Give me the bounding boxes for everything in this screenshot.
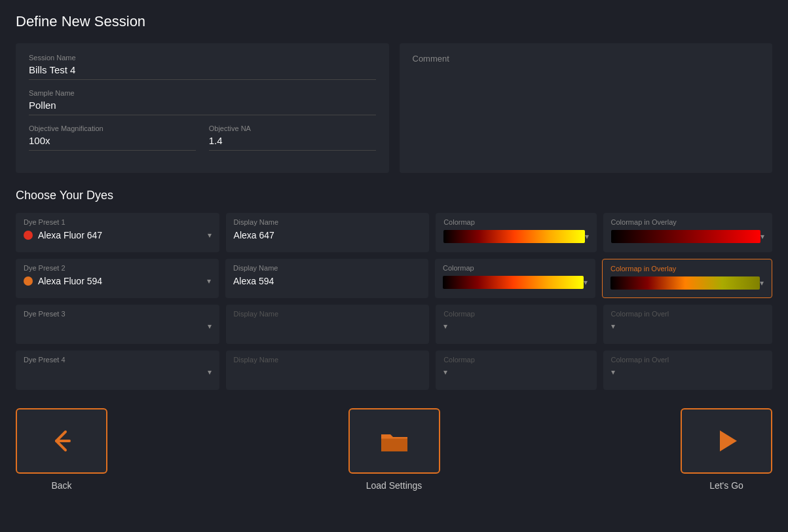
dye-overlay-4-label: Colormap in Overl bbox=[611, 356, 764, 364]
obj-mag-group: Objective Magnification 100x bbox=[29, 124, 196, 151]
back-button[interactable] bbox=[16, 408, 107, 474]
sample-name-group: Sample Name Pollen bbox=[29, 89, 376, 115]
dye-preset-4-arrow[interactable]: ▾ bbox=[208, 368, 212, 377]
dye-colormap-3: Colormap ▾ bbox=[436, 305, 596, 344]
colormap-3-arrow[interactable]: ▾ bbox=[443, 322, 447, 331]
dye-row-2: Dye Preset 2 Alexa Fluor 594 ▾ Display N… bbox=[16, 259, 772, 298]
page-title: Define New Session bbox=[16, 13, 772, 30]
session-name-group: Session Name Bills Test 4 bbox=[29, 54, 376, 80]
dye-overlay-4: Colormap in Overl ▾ bbox=[603, 351, 772, 390]
dye-preset-3-arrow[interactable]: ▾ bbox=[208, 322, 212, 331]
dye-overlay-1: Colormap in Overlay ▾ bbox=[603, 213, 772, 252]
dyes-section: Choose Your Dyes Dye Preset 1 Alexa Fluo… bbox=[16, 189, 772, 390]
dye-display-2-value: Alexa 594 bbox=[233, 276, 421, 286]
dye-preset-2-value: Alexa Fluor 594 bbox=[24, 276, 207, 286]
load-label: Load Settings bbox=[366, 480, 422, 491]
comment-label: Comment bbox=[413, 54, 760, 64]
dye-colormap-1-label: Colormap bbox=[443, 218, 588, 226]
dye-preset-1-value: Alexa Fluor 647 bbox=[24, 230, 208, 240]
dye-overlay-2: Colormap in Overlay ▾ bbox=[602, 259, 772, 298]
dye-display-1-value: Alexa 647 bbox=[234, 230, 422, 240]
dye-row-1: Dye Preset 1 Alexa Fluor 647 ▾ Display N… bbox=[16, 213, 772, 252]
colormap-2-arrow[interactable]: ▾ bbox=[584, 278, 588, 287]
dye-preset-2-label: Dye Preset 2 bbox=[24, 264, 211, 272]
dye-display-4-label: Display Name bbox=[234, 356, 422, 364]
dye-display-3: Display Name bbox=[226, 305, 430, 344]
dyes-section-title: Choose Your Dyes bbox=[16, 189, 772, 202]
comment-textarea[interactable] bbox=[413, 69, 760, 161]
go-icon bbox=[709, 424, 743, 458]
dye-preset-3: Dye Preset 3 ▾ bbox=[16, 305, 219, 344]
go-button[interactable] bbox=[681, 408, 772, 474]
dye-overlay-1-label: Colormap in Overlay bbox=[611, 218, 764, 226]
session-name-label: Session Name bbox=[29, 54, 376, 62]
load-btn-wrapper: Load Settings bbox=[348, 408, 440, 491]
sample-name-value: Pollen bbox=[29, 100, 376, 115]
dye-display-1-label: Display Name bbox=[234, 218, 422, 226]
dye-preset-2: Dye Preset 2 Alexa Fluor 594 ▾ bbox=[16, 259, 219, 298]
overlay-3-arrow[interactable]: ▾ bbox=[611, 322, 615, 331]
sample-name-label: Sample Name bbox=[29, 89, 376, 97]
top-section: Session Name Bills Test 4 Sample Name Po… bbox=[16, 43, 772, 173]
dye-row-4: Dye Preset 4 ▾ Display Name Colormap ▾ C… bbox=[16, 351, 772, 390]
dye-2-dot bbox=[24, 276, 33, 286]
overlay-1-arrow[interactable]: ▾ bbox=[760, 232, 764, 241]
dye-display-4: Display Name bbox=[226, 351, 430, 390]
svg-marker-1 bbox=[720, 430, 737, 451]
obj-mag-label: Objective Magnification bbox=[29, 124, 196, 132]
dye-colormap-1: Colormap ▾ bbox=[436, 213, 596, 252]
session-name-value: Bills Test 4 bbox=[29, 64, 376, 80]
dye-colormap-2-label: Colormap bbox=[443, 264, 588, 272]
dye-preset-3-label: Dye Preset 3 bbox=[24, 310, 212, 318]
colormap-bar-2 bbox=[443, 276, 584, 289]
dye-preset-1-arrow[interactable]: ▾ bbox=[208, 231, 212, 240]
overlay-4-arrow[interactable]: ▾ bbox=[611, 368, 615, 377]
go-btn-wrapper: Let's Go bbox=[681, 408, 772, 491]
dye-preset-2-text: Alexa Fluor 594 bbox=[38, 276, 102, 286]
dye-display-2: Display Name Alexa 594 bbox=[225, 259, 428, 298]
dye-preset-4-label: Dye Preset 4 bbox=[24, 356, 212, 364]
form-panel: Session Name Bills Test 4 Sample Name Po… bbox=[16, 43, 389, 173]
obj-na-label: Objective NA bbox=[209, 124, 376, 132]
dye-display-3-label: Display Name bbox=[234, 310, 422, 318]
colormap-4-arrow[interactable]: ▾ bbox=[443, 368, 447, 377]
dye-display-1: Display Name Alexa 647 bbox=[226, 213, 430, 252]
dye-preset-1-label: Dye Preset 1 bbox=[24, 218, 212, 226]
dye-preset-4: Dye Preset 4 ▾ bbox=[16, 351, 219, 390]
dye-preset-1: Dye Preset 1 Alexa Fluor 647 ▾ bbox=[16, 213, 219, 252]
dye-colormap-3-label: Colormap bbox=[443, 310, 588, 318]
dye-colormap-2: Colormap ▾ bbox=[435, 259, 595, 298]
obj-na-group: Objective NA 1.4 bbox=[209, 124, 376, 160]
bottom-buttons: Back Load Settings Let's Go bbox=[16, 408, 772, 491]
comment-panel: Comment bbox=[400, 43, 773, 173]
dye-preset-2-arrow[interactable]: ▾ bbox=[207, 276, 211, 286]
dye-1-dot bbox=[24, 231, 33, 240]
obj-mag-value: 100x bbox=[29, 135, 196, 151]
dye-preset-1-text: Alexa Fluor 647 bbox=[38, 230, 102, 240]
objective-row: Objective Magnification 100x Objective N… bbox=[29, 124, 376, 160]
dye-overlay-3: Colormap in Overl ▾ bbox=[603, 305, 772, 344]
obj-na-value: 1.4 bbox=[209, 135, 376, 151]
colormap-1-arrow[interactable]: ▾ bbox=[585, 232, 589, 241]
dye-row-3: Dye Preset 3 ▾ Display Name Colormap ▾ C… bbox=[16, 305, 772, 344]
overlay-bar-2 bbox=[610, 276, 760, 290]
load-button[interactable] bbox=[348, 408, 440, 474]
back-icon bbox=[45, 424, 79, 458]
dye-display-2-label: Display Name bbox=[233, 264, 421, 272]
colormap-bar-1 bbox=[443, 230, 584, 243]
overlay-bar-1 bbox=[611, 230, 760, 243]
dye-colormap-4: Colormap ▾ bbox=[436, 351, 596, 390]
back-btn-wrapper: Back bbox=[16, 408, 107, 491]
dye-overlay-2-label: Colormap in Overlay bbox=[610, 265, 764, 273]
back-label: Back bbox=[51, 480, 71, 491]
load-icon bbox=[377, 424, 411, 458]
dye-overlay-3-label: Colormap in Overl bbox=[611, 310, 764, 318]
go-label: Let's Go bbox=[709, 480, 743, 491]
overlay-2-arrow[interactable]: ▾ bbox=[760, 278, 764, 288]
dye-colormap-4-label: Colormap bbox=[443, 356, 588, 364]
